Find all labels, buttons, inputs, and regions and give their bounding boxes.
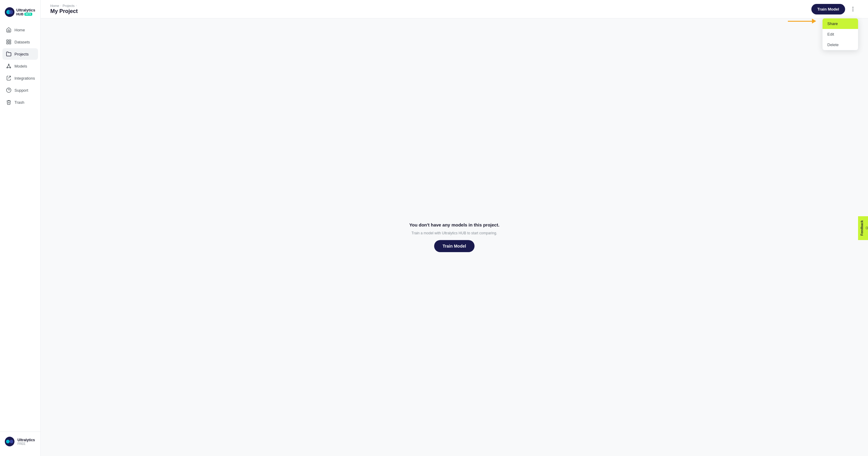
logo-icon (5, 7, 14, 17)
breadcrumb-projects[interactable]: Projects (63, 4, 75, 7)
sidebar-item-datasets[interactable]: Datasets (2, 36, 38, 48)
train-model-main-button[interactable]: Train Model (434, 240, 474, 252)
sidebar-item-home[interactable]: Home (2, 24, 38, 36)
breadcrumb: Home › Projects › My Project (50, 4, 78, 15)
sidebar-item-datasets-label: Datasets (14, 40, 30, 44)
logo-name: Ultralytics (16, 8, 35, 12)
train-model-button[interactable]: Train Model (811, 4, 845, 15)
empty-state-subtitle: Train a model with Ultralytics HUB to st… (411, 231, 497, 235)
content-area: You don't have any models in this projec… (41, 19, 868, 456)
logo: Ultralytics HUB BETA (0, 5, 40, 24)
topbar-actions: Train Model Share Edit Delete (811, 4, 858, 15)
user-plan: FREE (18, 442, 35, 446)
dropdown-item-delete[interactable]: Delete (823, 39, 858, 50)
svg-line-10 (7, 65, 9, 67)
more-options-button[interactable] (847, 4, 858, 15)
avatar (5, 437, 14, 446)
user-profile[interactable]: Ultralytics FREE (0, 432, 40, 451)
sidebar-item-integrations-label: Integrations (14, 76, 35, 81)
integrations-icon (6, 76, 11, 81)
empty-state-title: You don't have any models in this projec… (409, 222, 499, 227)
dropdown-item-edit[interactable]: Edit (823, 29, 858, 39)
main-content: Home › Projects › My Project Train Model (41, 0, 868, 456)
datasets-icon (6, 39, 11, 45)
more-dots-icon (850, 6, 856, 12)
home-icon (6, 27, 11, 33)
feedback-icon: ☺ (864, 226, 868, 230)
models-icon (6, 63, 11, 69)
feedback-tab[interactable]: Feedback ☺ (858, 216, 868, 240)
page-title: My Project (50, 8, 78, 15)
sidebar-item-support-label: Support (14, 88, 28, 93)
dropdown-menu: Share Edit Delete (822, 18, 858, 50)
breadcrumb-sep-1: › (60, 4, 61, 7)
logo-hub: HUB (16, 12, 24, 16)
svg-point-2 (9, 10, 13, 14)
projects-icon (6, 51, 11, 57)
trash-icon (6, 99, 11, 105)
beta-badge: BETA (24, 13, 33, 16)
arrow-annotation (788, 19, 816, 24)
svg-point-7 (8, 64, 9, 65)
sidebar-item-models-label: Models (14, 64, 27, 68)
sidebar: Ultralytics HUB BETA Home Datasets (0, 0, 41, 456)
svg-point-18 (10, 440, 13, 443)
svg-line-13 (8, 76, 11, 78)
svg-rect-4 (9, 40, 11, 41)
svg-rect-5 (7, 42, 8, 44)
svg-point-17 (6, 440, 10, 443)
breadcrumb-sep-2: › (75, 4, 76, 7)
topbar: Home › Projects › My Project Train Model (41, 0, 868, 19)
svg-line-11 (9, 65, 10, 67)
svg-point-19 (852, 7, 854, 8)
svg-rect-6 (9, 42, 11, 44)
sidebar-item-home-label: Home (14, 28, 25, 32)
svg-point-21 (852, 10, 854, 11)
sidebar-item-integrations[interactable]: Integrations (2, 73, 38, 84)
sidebar-item-trash[interactable]: Trash (2, 96, 38, 108)
support-icon (6, 87, 11, 93)
breadcrumb-home[interactable]: Home (50, 4, 59, 7)
user-name: Ultralytics (18, 438, 35, 442)
sidebar-item-projects-label: Projects (14, 52, 29, 56)
sidebar-item-support[interactable]: Support (2, 84, 38, 96)
sidebar-item-projects[interactable]: Projects (2, 48, 38, 60)
dropdown-item-share[interactable]: Share (823, 19, 858, 29)
svg-rect-3 (7, 40, 8, 41)
sidebar-item-trash-label: Trash (14, 100, 24, 105)
svg-point-20 (852, 9, 854, 10)
feedback-label: Feedback (860, 221, 864, 236)
sidebar-item-models[interactable]: Models (2, 60, 38, 72)
sidebar-nav: Home Datasets Projects Models (0, 24, 40, 432)
